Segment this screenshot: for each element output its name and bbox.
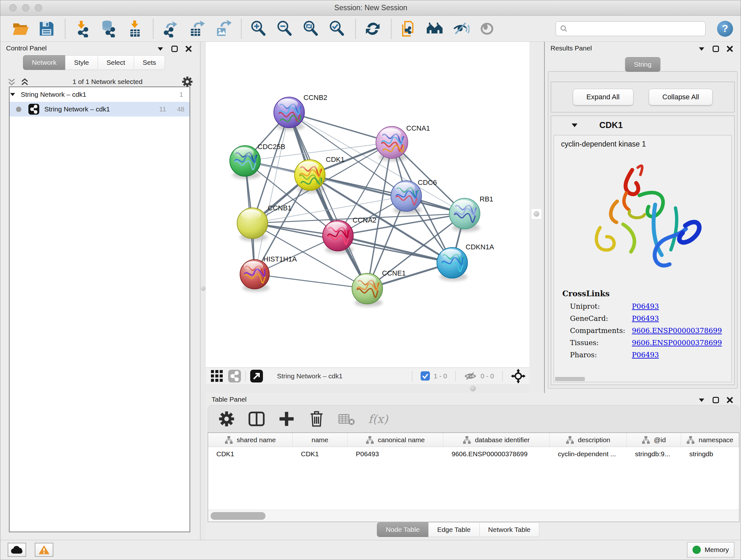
column-header-name[interactable]: name (293, 433, 347, 447)
add-column-icon[interactable] (278, 411, 295, 427)
right-splitter-handle[interactable] (531, 208, 542, 219)
table-hscrollbar[interactable] (208, 509, 739, 522)
export-network-icon[interactable] (161, 19, 180, 38)
table-cell[interactable]: cyclin-dependent ... (549, 447, 627, 461)
panel-float-icon[interactable] (713, 397, 719, 403)
network-options-gear-icon[interactable] (182, 76, 193, 87)
node-RB1[interactable] (449, 198, 480, 229)
birds-eye-view-icon[interactable] (228, 370, 241, 382)
results-scrollbar[interactable] (555, 377, 585, 381)
table-cell[interactable]: 9606.ENSP00000378699 (443, 447, 549, 461)
crosslink-value-link[interactable]: P06493 (632, 314, 659, 322)
zoom-fit-icon[interactable] (301, 19, 320, 38)
zoom-selected-icon[interactable] (328, 19, 346, 38)
zoom-in-icon[interactable] (249, 19, 268, 38)
left-splitter-handle[interactable] (201, 286, 205, 291)
node-CDKN1A[interactable] (437, 247, 468, 278)
edge-CCNB2-CCNE1[interactable] (289, 112, 367, 289)
crosslink-value-link[interactable]: 9606.ENSP00000378699 (632, 327, 722, 334)
search-box[interactable] (556, 21, 705, 36)
edge-CCNA2-CDKN1A[interactable] (338, 236, 452, 263)
table-cell[interactable]: CDK1 (293, 447, 347, 461)
collapse-all-networks-icon[interactable] (7, 78, 16, 86)
grid-view-icon[interactable] (211, 370, 223, 382)
cloud-services-button[interactable] (8, 543, 26, 557)
tree-expander-icon[interactable] (10, 92, 16, 97)
panel-float-icon[interactable] (172, 46, 178, 52)
tab-select[interactable]: Select (98, 55, 134, 70)
save-session-icon[interactable] (37, 19, 56, 38)
panel-collapse-icon[interactable] (698, 398, 705, 402)
horizontal-splitter[interactable] (206, 384, 529, 393)
zoom-out-icon[interactable] (275, 19, 294, 38)
node-HIST1H1A[interactable] (240, 260, 269, 289)
table-row[interactable]: CDK1CDK1P064939606.ENSP00000378699cyclin… (208, 447, 739, 461)
tab-sets[interactable]: Sets (134, 55, 165, 70)
delete-column-trash-icon[interactable] (308, 411, 325, 427)
first-neighbors-icon[interactable] (425, 19, 444, 38)
panel-close-icon[interactable] (185, 46, 192, 52)
show-all-icon[interactable] (478, 19, 496, 38)
expand-all-button[interactable]: Expand All (573, 89, 633, 105)
left-splitter[interactable] (200, 42, 206, 540)
edge-CDK1-RB1[interactable] (310, 175, 465, 213)
memory-button[interactable]: Memory (687, 542, 734, 557)
network-canvas[interactable]: CCNB2CCNA1CDC25BCDK1CDC6RB1CCNB1CCNA2CDK… (206, 42, 529, 368)
node-CCNA2[interactable] (323, 220, 353, 251)
network-collection-row[interactable]: String Network – cdk1 1 (10, 87, 190, 102)
export-image-icon[interactable] (213, 19, 232, 38)
edge-HIST1H1A-CCNE1[interactable] (255, 274, 367, 289)
expand-all-networks-icon[interactable] (20, 78, 29, 86)
hidden-eye-icon[interactable] (464, 371, 477, 381)
refresh-view-icon[interactable] (363, 19, 382, 38)
column-header-canonical-name[interactable]: canonical name (347, 433, 443, 447)
column-header-shared-name[interactable]: shared name (208, 433, 293, 447)
table-cell[interactable]: CDK1 (208, 447, 293, 461)
node-CDC6[interactable] (391, 181, 421, 211)
help-icon[interactable]: ? (717, 21, 733, 37)
panel-collapse-icon[interactable] (698, 47, 705, 51)
column-header-database-identifier[interactable]: database identifier (443, 433, 549, 447)
delete-table-icon[interactable] (338, 411, 355, 427)
tab-node-table[interactable]: Node Table (377, 522, 428, 537)
network-graph[interactable]: CCNB2CCNA1CDC25BCDK1CDC6RB1CCNB1CCNA2CDK… (206, 42, 529, 368)
search-input[interactable] (570, 25, 701, 32)
column-header-namespace[interactable]: namespace (681, 433, 739, 447)
crosslink-value-link[interactable]: P06493 (632, 351, 659, 359)
node-CDK1[interactable] (294, 160, 325, 190)
table-cell[interactable]: stringdb (681, 447, 739, 461)
import-network-file-icon[interactable] (73, 19, 91, 38)
panel-close-icon[interactable] (727, 46, 733, 52)
table-hscrollbar-thumb[interactable] (211, 512, 266, 520)
panel-collapse-icon[interactable] (157, 47, 164, 51)
node-CCNA1[interactable] (376, 126, 408, 159)
open-in-window-icon[interactable] (250, 370, 263, 382)
tab-style[interactable]: Style (65, 55, 98, 70)
tab-edge-table[interactable]: Edge Table (428, 522, 480, 537)
fit-selection-crosshair-icon[interactable] (511, 369, 526, 383)
table-cell[interactable]: P06493 (347, 447, 443, 461)
show-columns-icon[interactable] (248, 411, 265, 427)
import-network-database-icon[interactable] (99, 19, 118, 38)
open-session-icon[interactable] (11, 19, 30, 38)
node-CCNE1[interactable] (352, 273, 383, 304)
node-CCNB2[interactable] (274, 97, 305, 128)
hide-selected-icon[interactable] (452, 19, 470, 38)
column-header--id[interactable]: @id (627, 433, 681, 447)
right-splitter[interactable] (529, 42, 544, 393)
tab-string[interactable]: String (625, 57, 661, 72)
network-row-selected[interactable]: String Network – cdk1 11 48 (10, 102, 190, 117)
protein-expander-icon[interactable] (571, 123, 578, 128)
export-table-icon[interactable] (187, 19, 206, 38)
crosslink-value-link[interactable]: 9606.ENSP00000378699 (632, 339, 722, 347)
tab-network[interactable]: Network (23, 55, 65, 70)
tab-network-table[interactable]: Network Table (479, 522, 540, 537)
node-CDC25B[interactable] (230, 145, 260, 176)
panel-float-icon[interactable] (713, 46, 719, 52)
selected-checkbox-icon[interactable] (421, 371, 430, 381)
duplicate-network-view-icon[interactable] (399, 19, 418, 38)
table-cell[interactable]: stringdb:9... (627, 447, 681, 461)
function-builder-icon[interactable]: f(x) (368, 413, 388, 426)
crosslink-value-link[interactable]: P06493 (632, 302, 659, 310)
edge-CCNB2-HIST1H1A[interactable] (255, 112, 289, 274)
